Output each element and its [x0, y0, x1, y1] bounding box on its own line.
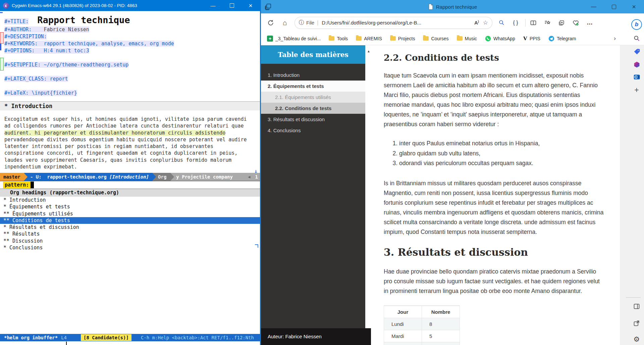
refresh-button[interactable] — [266, 18, 275, 27]
body-text-line[interactable]: pervadendoque divites domus egentium hab… — [0, 136, 260, 143]
list-item: glabro quidam sub vultu latens, — [399, 149, 604, 159]
powerline-arrow-icon — [152, 173, 156, 181]
org-description-line[interactable]: #+DESCRIPTION: — [0, 33, 260, 40]
helm-candidate[interactable]: * Équipements et tests — [0, 203, 260, 210]
sidebar-settings-button[interactable]: ⚙ — [629, 333, 644, 345]
edge-maximize-button[interactable] — [604, 0, 624, 13]
org-keywords-line[interactable]: #+KEYWORDS: rapport technique, analyse, … — [0, 40, 260, 47]
edge-minimize-button[interactable]: — — [584, 0, 604, 13]
table-cell: Mercredi — [384, 342, 422, 345]
org-latex-value: \input{fichier} — [29, 90, 77, 96]
extensions-button[interactable]: { } — [511, 18, 520, 27]
copilot-button[interactable]: b — [629, 18, 644, 31]
org-setupfile-line[interactable]: #+SETUPFILE: ~/org/theme-readtheorg.setu… — [0, 61, 260, 68]
body-text-line[interactable]: Excogitatum est super his, ut homines qu… — [0, 116, 260, 122]
collections-button[interactable] — [557, 18, 566, 27]
helm-candidate[interactable]: ** Équipements utilisés — [0, 210, 260, 217]
toc-collapse-handle-icon[interactable]: ▲ — [367, 49, 370, 53]
sidebar-m365-button[interactable] — [629, 58, 644, 70]
sidebar-search-button[interactable] — [629, 32, 644, 44]
favorite-item-ppis[interactable]: VPPIS — [523, 35, 540, 42]
favorite-item-telegram[interactable]: Telegram — [548, 36, 576, 42]
vc-status: - U: — [28, 174, 47, 180]
helm-candidate[interactable]: * Introduction — [0, 197, 260, 203]
body-text-line-highlighted[interactable]: audirent. hi peragranter et dissimulante… — [0, 130, 260, 136]
helm-candidate[interactable]: ** Discussion — [0, 238, 260, 244]
folder-icon — [329, 36, 334, 41]
read-aloud-icon[interactable]: A) — [474, 20, 479, 26]
git-branch-segment[interactable]: master — [0, 173, 24, 181]
favorite-folder-tools[interactable]: Tools — [329, 36, 348, 41]
emacs-close-button[interactable]: × — [241, 0, 260, 11]
emacs-titlebar[interactable]: ε Cygwin Emacs-w64 29.1 (4b30826) of 202… — [0, 0, 260, 11]
echo-area[interactable] — [0, 341, 260, 345]
org-author-value: Fabrice Niessen — [32, 27, 89, 33]
body-text-line[interactable]: conspiratione concordi, ut fingerent qua… — [0, 150, 260, 156]
toc-item-conditions-de-tests[interactable]: 2.2. Conditions de tests — [261, 103, 365, 114]
document-icon — [428, 4, 433, 10]
org-latexclass-line[interactable]: #+LATEX_CLASS: report — [0, 76, 260, 83]
toc-item-equipements-utilises[interactable]: 2.1. Équipements utilisés — [261, 92, 365, 103]
toc-item-resultats-et-discussion[interactable]: 3. Résultats et discussion — [261, 114, 365, 125]
address-bar[interactable]: ⓘ File | D:/Users/fni/.dotfiles/org-pers… — [294, 17, 492, 29]
which-function: [Introduction] — [109, 174, 149, 180]
helm-pattern-input[interactable]: pattern: — [0, 181, 260, 189]
buffer-name-segment[interactable]: - U: rapport-technique.org [Introduction… — [24, 173, 152, 181]
sidebar-add-button[interactable]: + — [629, 84, 644, 96]
table-row: Lundi 8 — [384, 318, 460, 330]
org-heading-introduction[interactable]: * Introduction — [0, 101, 260, 110]
excel-icon: + — [267, 36, 273, 42]
favorites-overflow-chevron-icon[interactable]: › — [614, 35, 616, 42]
search-button[interactable] — [497, 18, 506, 27]
list-item: inter quos Paulus eminebat notarius ortu… — [399, 139, 604, 149]
helm-candidate[interactable]: ** Résultats — [0, 231, 260, 237]
org-author-line[interactable]: #+AUTHOR: Fabrice Niessen — [0, 26, 260, 33]
sidebar-shopping-button[interactable] — [629, 46, 644, 58]
toc-item-conclusions[interactable]: 4. Conclusions — [261, 125, 365, 136]
sidebar-external-link-button[interactable] — [629, 317, 644, 329]
whatsapp-icon — [485, 36, 491, 42]
more-options-button[interactable]: … — [585, 18, 594, 27]
body-text-line[interactable]: inpendentium exprimebat. — [0, 163, 260, 170]
split-screen-button[interactable] — [529, 18, 538, 27]
search-icon — [498, 19, 505, 26]
minor-modes-segment[interactable]: y Projectile company — [170, 173, 246, 181]
org-title-line[interactable]: #+TITLE:Rapport technique — [0, 14, 260, 26]
org-options-line[interactable]: #+OPTIONS: H:4 num:t toc:3 — [0, 47, 260, 54]
favorite-star-icon[interactable]: ☆ — [483, 19, 488, 26]
favorite-item-tableau[interactable]: +_3_Tableau de suivi... — [267, 36, 321, 42]
favorite-folder-projects[interactable]: Projects — [390, 36, 415, 41]
sidebar-panel-button[interactable] — [629, 300, 644, 312]
sidebar-outlook-button[interactable] — [629, 71, 644, 83]
favorite-folder-courses[interactable]: Courses — [423, 36, 448, 41]
body-text-line[interactable]: latenter intromissi per posticas in regi… — [0, 143, 260, 150]
favorites-button[interactable] — [543, 18, 552, 27]
favorite-folder-aremis[interactable]: AREMIS — [356, 36, 382, 41]
workspaces-icon[interactable] — [264, 3, 272, 10]
emacs-maximize-button[interactable] — [222, 0, 241, 11]
emacs-modeline[interactable]: master - U: rapport-technique.org [Intro… — [0, 173, 260, 181]
body-text-line[interactable]: laudes vero supprimerent Caesaris, quas … — [0, 157, 260, 163]
toc-item-introduction[interactable]: 1. Introduction — [261, 69, 365, 81]
emacs-window-title: Cygwin Emacs-w64 29.1 (4b30826) of 2023-… — [12, 3, 137, 8]
edge-close-button[interactable]: × — [624, 0, 644, 13]
helm-candidate[interactable]: * Conclusions — [0, 244, 260, 251]
favorite-item-whatsapp[interactable]: WhatsApp — [485, 36, 515, 42]
url-text[interactable]: D:/Users/fni/.dotfiles/org-personal/org/… — [322, 20, 472, 26]
gear-icon: ⚙ — [634, 335, 640, 343]
toc-item-equipements-et-tests[interactable]: 2. Équipements et tests — [261, 81, 365, 92]
edge-titlebar[interactable]: Rapport technique — × — [261, 0, 644, 13]
browser-essentials-button[interactable] — [571, 18, 580, 27]
page-info-icon[interactable]: ⓘ — [299, 19, 304, 26]
major-mode-segment[interactable]: Org — [152, 173, 170, 181]
helm-candidate-selected[interactable]: ** Conditions de tests — [0, 217, 260, 224]
org-latex-line[interactable]: #+LaTeX: \input{fichier} — [0, 90, 260, 97]
helm-candidate-list[interactable]: * Introduction * Équipements et tests **… — [0, 197, 260, 251]
table-header-nombre: Nombre — [422, 306, 460, 318]
emacs-minimize-button[interactable]: — — [204, 0, 222, 11]
fringe-diff-added-mark — [0, 58, 4, 70]
home-button[interactable]: ⌂ — [280, 18, 289, 27]
body-text-line[interactable]: ad colligendos rumores per Antiochiae la… — [0, 122, 260, 129]
helm-candidate[interactable]: * Résultats et discussion — [0, 224, 260, 231]
favorite-folder-music[interactable]: Music — [457, 36, 477, 41]
